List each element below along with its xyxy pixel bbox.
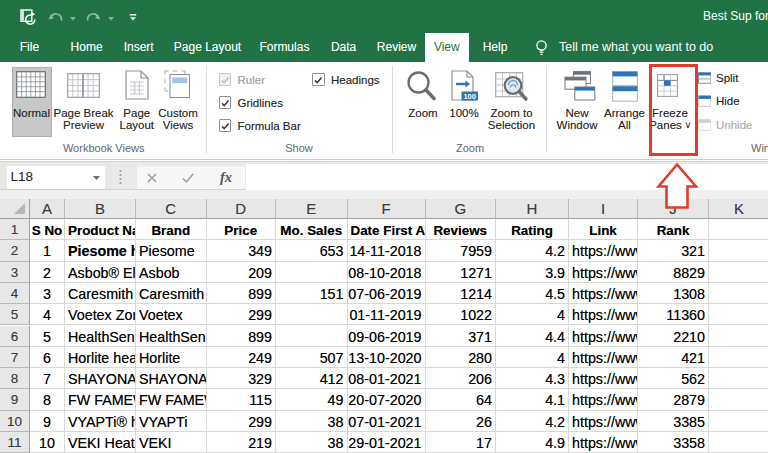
svg-text:100: 100 [463, 92, 476, 101]
